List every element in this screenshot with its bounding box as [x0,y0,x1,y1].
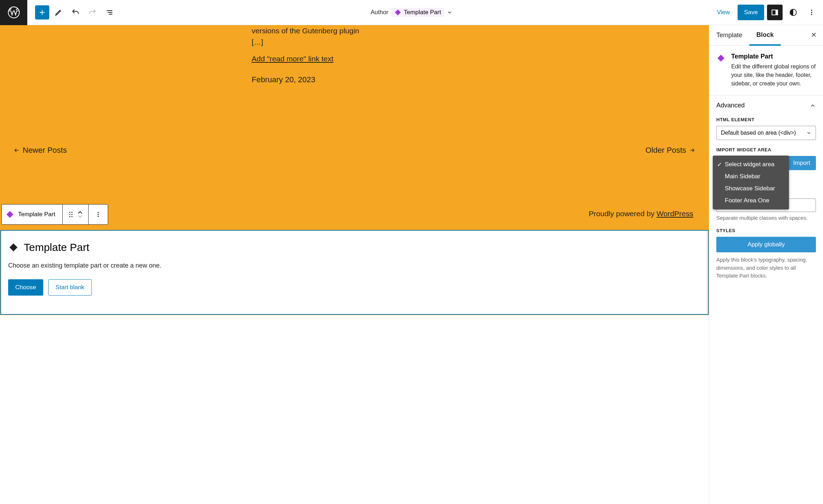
svg-point-4 [811,10,812,11]
template-part-chip: Template Part [391,8,444,17]
newer-posts-link[interactable]: Newer Posts [13,146,67,155]
choose-button[interactable]: Choose [8,279,43,296]
post-excerpt: versions of the Gutenberg plugin […] Add… [252,25,365,84]
html-element-label: HTML ELEMENT [716,117,816,122]
wordpress-link[interactable]: WordPress [657,209,693,218]
styles-toggle[interactable] [785,5,801,20]
pencil-icon [54,8,63,17]
widget-area-dropdown: Select widget area Main Sidebar Showcase… [713,156,789,209]
view-link[interactable]: View [712,5,735,19]
wordpress-icon [8,6,20,18]
apply-globally-button[interactable]: Apply globally [716,237,816,252]
redo-icon [88,8,97,17]
read-more-link[interactable]: Add "read more" link text [252,55,365,63]
settings-sidebar-toggle[interactable] [767,5,783,20]
arrow-left-icon [13,147,20,153]
svg-rect-2 [776,10,778,15]
block-card: Template Part Edit the different global … [709,46,823,95]
editor-top-toolbar: Author Template Part View Save [0,0,823,25]
css-classes-help: Separate multiple classes with spaces. [716,215,816,221]
block-card-description: Edit the different global regions of you… [731,62,816,88]
list-view-button[interactable] [102,5,117,20]
save-button[interactable]: Save [738,5,764,20]
arrow-right-icon [689,147,695,153]
block-card-title: Template Part [731,53,816,60]
svg-point-6 [811,14,812,15]
site-footer-text: Proudly powered by WordPress [0,209,695,218]
placeholder-description: Choose an existing template part or crea… [8,262,701,269]
placeholder-title-text: Template Part [24,241,89,253]
list-view-icon [105,8,114,17]
dropdown-item-showcase-sidebar[interactable]: Showcase Sidebar [713,183,789,195]
wordpress-logo-button[interactable] [0,0,27,25]
settings-sidebar: Template Block Template Part Edit the di… [709,25,823,504]
import-widget-area-label: IMPORT WIDGET AREA [716,147,816,152]
options-menu-button[interactable] [804,5,819,20]
apply-globally-description: Apply this block's typography, spacing, … [716,256,816,280]
post-date: February 20, 2023 [252,75,365,84]
dropdown-item-footer-area-one[interactable]: Footer Area One [713,195,789,207]
editor-canvas[interactable]: versions of the Gutenberg plugin […] Add… [0,25,709,504]
import-button[interactable]: Import [788,156,816,170]
close-sidebar-button[interactable] [805,31,823,40]
add-block-button[interactable] [35,5,49,19]
tools-button[interactable] [51,5,66,20]
template-part-icon [394,9,402,16]
sidebar-icon [771,8,779,17]
close-icon [810,31,817,38]
dropdown-item-select-widget-area[interactable]: Select widget area [713,158,789,170]
tab-block[interactable]: Block [749,26,781,46]
template-part-icon [716,54,726,63]
template-part-chip-label: Template Part [404,9,441,16]
template-part-icon [8,242,19,253]
undo-icon [71,8,80,17]
html-element-select[interactable]: Default based on area (<div>) [716,126,816,140]
chevron-down-icon [806,130,811,135]
advanced-panel-toggle[interactable]: Advanced [716,102,816,109]
undo-button[interactable] [68,5,83,20]
chevron-down-icon [447,10,452,15]
dropdown-item-main-sidebar[interactable]: Main Sidebar [713,170,789,183]
start-blank-button[interactable]: Start blank [48,279,92,296]
styles-icon [789,8,797,17]
document-type-label: Author [371,9,388,16]
styles-label: STYLES [716,228,816,233]
chevron-up-icon [810,102,816,109]
excerpt-text: versions of the Gutenberg plugin […] [252,25,365,47]
svg-point-5 [811,12,812,13]
plus-icon [38,8,46,17]
older-posts-link[interactable]: Older Posts [645,146,695,155]
template-part-placeholder: Template Part Choose an existing templat… [0,230,709,315]
tab-template[interactable]: Template [709,25,749,45]
more-vertical-icon [807,8,816,17]
redo-button[interactable] [85,5,100,20]
document-title-area[interactable]: Author Template Part [371,8,453,17]
